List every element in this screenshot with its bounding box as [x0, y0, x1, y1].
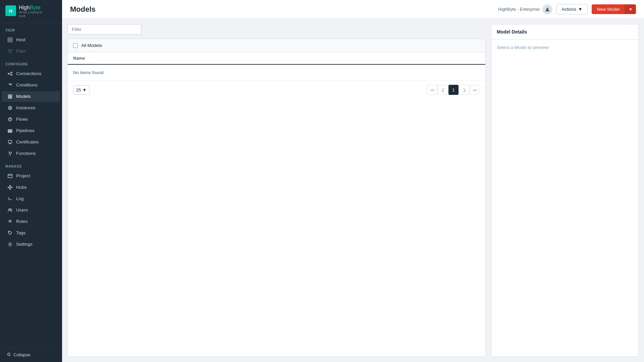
sidebar-item-conditions[interactable]: Conditions: [2, 80, 60, 90]
svg-point-38: [9, 232, 9, 232]
all-models-label: All Models: [81, 43, 102, 48]
model-details-body: Select a Model to preview: [491, 40, 638, 55]
sidebar-item-hubs[interactable]: Hubs: [2, 182, 60, 193]
svg-point-26: [9, 186, 11, 188]
logo-area: H HighByte IntelligenceHub: [0, 0, 62, 23]
sidebar-item-users[interactable]: Users: [2, 205, 60, 216]
sidebar-item-pipelines-label: Pipelines: [16, 128, 35, 133]
svg-point-6: [11, 74, 12, 75]
sidebar-item-host[interactable]: Host: [2, 35, 60, 45]
last-page-button[interactable]: ⏭: [470, 85, 480, 95]
new-model-caret-button[interactable]: ▼: [625, 4, 636, 14]
sidebar-item-filter-label: Filter: [16, 49, 26, 54]
next-page-button[interactable]: ❯: [459, 85, 469, 95]
topbar: Models HighByte - Enterprise Actions ▼ N…: [62, 0, 644, 19]
sidebar-item-functions[interactable]: Functions: [2, 148, 60, 159]
sidebar-item-tags[interactable]: Tags: [2, 228, 60, 238]
models-table-container: All Models Name No items found 25 ▼ ⏮ ❮ …: [67, 39, 486, 357]
page-1-button[interactable]: 1: [448, 85, 459, 95]
new-model-btn-group: New Model ▼ Import Models: [592, 4, 636, 14]
filter-input[interactable]: [67, 24, 141, 35]
svg-rect-9: [8, 95, 10, 96]
sidebar-item-tags-label: Tags: [16, 230, 26, 235]
sidebar-item-flows[interactable]: Flows: [2, 114, 60, 125]
svg-point-16: [10, 109, 10, 110]
tags-icon: [7, 230, 13, 236]
svg-point-4: [8, 73, 9, 74]
first-page-button[interactable]: ⏮: [427, 85, 437, 95]
log-icon: [7, 196, 13, 201]
sidebar-item-flows-label: Flows: [16, 117, 28, 122]
sidebar-item-functions-label: Functions: [16, 151, 36, 156]
conditions-icon: [7, 82, 13, 88]
no-items-label: No items found: [68, 65, 485, 81]
svg-point-30: [11, 187, 12, 188]
svg-rect-23: [8, 140, 12, 143]
sidebar-item-models-label: Models: [16, 94, 31, 99]
svg-point-39: [9, 243, 11, 245]
sidebar-item-project[interactable]: Project: [2, 171, 60, 181]
settings-icon: [7, 242, 13, 247]
svg-point-18: [11, 108, 12, 108]
page-size-select[interactable]: 25 ▼: [73, 85, 90, 95]
svg-point-28: [10, 189, 11, 190]
filter-icon: [7, 49, 13, 54]
sidebar-item-host-label: Host: [16, 37, 25, 42]
roles-icon: [7, 219, 13, 224]
certificates-icon: [7, 139, 13, 145]
sidebar-item-users-label: Users: [16, 207, 28, 213]
sidebar-item-instances-label: Instances: [16, 105, 36, 110]
svg-point-27: [10, 185, 11, 186]
collapse-icon: [5, 352, 11, 358]
table-header-row: All Models: [68, 39, 485, 52]
sidebar-item-instances[interactable]: Instances: [2, 103, 60, 113]
sidebar-item-settings[interactable]: Settings: [2, 239, 60, 250]
svg-rect-20: [8, 129, 12, 130]
connections-icon: [7, 71, 13, 76]
filter-bar: [67, 24, 486, 35]
sidebar-item-models[interactable]: Models: [2, 91, 60, 102]
logo-high: High: [19, 5, 30, 11]
all-models-checkbox[interactable]: [73, 43, 78, 48]
collapse-button[interactable]: Collapse: [0, 347, 62, 362]
manage-section-label: MANAGE: [0, 159, 62, 170]
sidebar-item-project-label: Project: [16, 173, 30, 178]
svg-point-37: [11, 208, 12, 210]
svg-rect-12: [10, 97, 12, 98]
view-section-label: VIEW: [0, 23, 62, 34]
sidebar: H HighByte IntelligenceHub VIEW Host Fil…: [0, 0, 62, 362]
svg-point-15: [10, 106, 10, 107]
configure-section-label: CONFIGURE: [0, 57, 62, 68]
logo-subtitle: IntelligenceHub: [19, 11, 42, 18]
sidebar-item-log[interactable]: Log: [2, 193, 60, 204]
svg-point-29: [8, 187, 9, 188]
user-label: HighByte - Enterprise: [498, 7, 540, 12]
name-column-header: Name: [68, 52, 485, 65]
model-details-header: Model Details: [491, 24, 638, 40]
sidebar-item-connections[interactable]: Connections: [2, 68, 60, 79]
svg-point-3: [9, 39, 11, 41]
actions-button[interactable]: Actions ▼: [556, 4, 588, 14]
page-size-caret-icon: ▼: [82, 87, 87, 93]
svg-rect-24: [8, 174, 12, 178]
user-info: HighByte - Enterprise: [498, 4, 552, 14]
sidebar-item-pipelines[interactable]: Pipelines: [2, 125, 60, 136]
user-avatar[interactable]: [542, 4, 552, 14]
left-panel: All Models Name No items found 25 ▼ ⏮ ❮ …: [67, 24, 486, 357]
svg-rect-22: [8, 132, 12, 132]
sidebar-item-certificates[interactable]: Certificates: [2, 137, 60, 147]
sidebar-item-hubs-label: Hubs: [16, 185, 27, 190]
svg-rect-11: [8, 97, 10, 98]
actions-caret-icon: ▼: [578, 7, 582, 12]
models-icon: [7, 94, 13, 99]
hubs-icon: [7, 185, 13, 190]
sidebar-item-roles[interactable]: Roles: [2, 216, 60, 227]
new-model-button[interactable]: New Model: [592, 4, 625, 14]
prev-page-button[interactable]: ❮: [438, 85, 448, 95]
logo-icon: H: [5, 5, 16, 17]
content-area: All Models Name No items found 25 ▼ ⏮ ❮ …: [62, 19, 644, 362]
users-icon: [7, 207, 13, 213]
sidebar-item-connections-label: Connections: [16, 71, 41, 76]
right-panel: Model Details Select a Model to preview: [491, 24, 639, 357]
pagination-controls: ⏮ ❮ 1 ❯ ⏭: [427, 85, 480, 95]
